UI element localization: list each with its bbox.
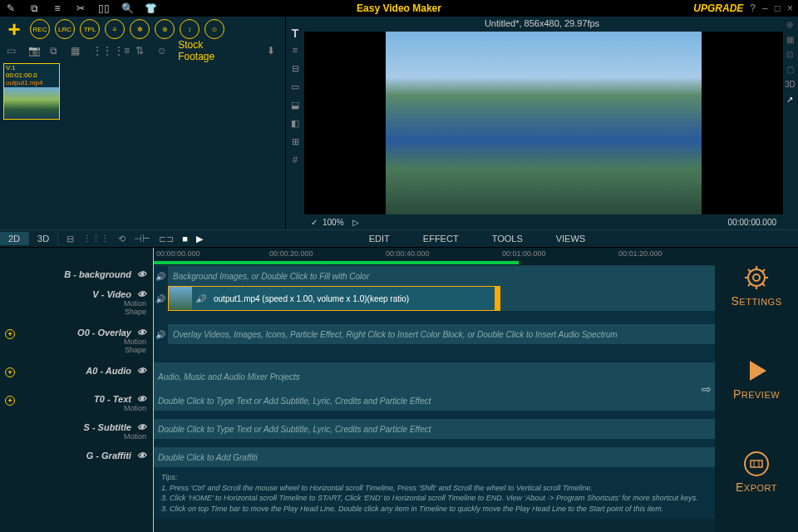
close-button[interactable]: × — [787, 2, 793, 14]
graffiti-lane[interactable]: Double Click to Add Graffiti — [153, 447, 715, 467]
grid-icon[interactable]: # — [289, 155, 301, 166]
sec-icon-7[interactable]: ⇅ — [135, 45, 147, 57]
track-label-audio[interactable]: +A0 - Audio 👁 — [0, 362, 153, 391]
upgrade-button[interactable]: UPGRADE — [693, 2, 743, 14]
lrc-button[interactable]: LRC — [55, 19, 75, 39]
menu-views[interactable]: VIEWS — [556, 234, 585, 244]
eye-icon[interactable]: 👁 — [137, 366, 146, 376]
speaker-icon[interactable]: 🔊 — [153, 286, 168, 311]
rtool-4[interactable]: ▢ — [785, 65, 795, 75]
add-text-button[interactable]: + — [5, 396, 15, 406]
download-icon[interactable]: ⬇ — [267, 45, 278, 57]
menu-edit[interactable]: EDIT — [369, 234, 390, 244]
speaker-icon[interactable]: 🔊 — [153, 324, 168, 344]
eye-icon[interactable]: 👁 — [137, 269, 146, 279]
eye-icon[interactable]: 👁 — [137, 422, 146, 432]
rtool-5[interactable]: 3D — [785, 80, 795, 90]
tool-icon-5[interactable]: ⬓ — [289, 100, 301, 111]
eye-icon[interactable]: 👁 — [137, 328, 146, 337]
media-thumbnail[interactable]: V:1 00:01:00.0 output1.mp4 — [3, 63, 60, 120]
video-clip[interactable]: 🔊 output1.mp4 (speed x 1.00, volume x 1.… — [168, 286, 500, 311]
speaker-icon[interactable]: 🔊 — [153, 266, 168, 286]
rtool-1[interactable]: ⊕ — [785, 20, 795, 30]
tool-icon-6[interactable]: ◧ — [289, 118, 301, 130]
topbar-icon-2[interactable]: ⧉ — [28, 2, 40, 14]
eye-icon[interactable]: 👁 — [137, 289, 146, 299]
preview-button[interactable]: PREVIEW — [733, 357, 780, 401]
timeline[interactable]: 00:00:00.000 00:00:20.000 00:00:40.000 0… — [153, 248, 715, 532]
text-lane[interactable]: Double Click to Type Text or Add Subtitl… — [153, 391, 715, 411]
maximize-button[interactable]: □ — [775, 2, 781, 14]
track-label-text[interactable]: +T0 - Text 👁Motion — [0, 391, 153, 419]
tool-icon-7[interactable]: ⊞ — [289, 136, 301, 148]
menu-effect[interactable]: EFFECT — [423, 234, 459, 244]
tl-tool-1[interactable]: ⊟ — [66, 234, 74, 244]
track-label-subtitle[interactable]: S - Subtitle 👁Motion — [0, 419, 153, 447]
subtitle-lane[interactable]: Double Click to Type Text or Add Subtitl… — [153, 419, 715, 439]
tl-tool-5[interactable]: ⊏⊐ — [159, 234, 174, 244]
sec-icon-8[interactable]: ☺ — [157, 45, 169, 57]
rtool-2[interactable]: ▦ — [785, 35, 795, 45]
track-label-video[interactable]: V - Video 👁MotionShape — [0, 286, 153, 324]
list-button[interactable]: ≡ — [105, 19, 125, 39]
tpl-button[interactable]: TPL — [80, 19, 100, 39]
bg-lane[interactable]: Background Images, or Double Click to Fi… — [168, 266, 715, 286]
topbar-icon-4[interactable]: ✂ — [75, 2, 86, 14]
track-label-graffiti[interactable]: G - Graffiti 👁 — [0, 447, 153, 467]
3d-tab[interactable]: 3D — [29, 232, 58, 245]
text-motion-lane[interactable] — [153, 411, 715, 419]
tl-tool-4[interactable]: ⊣⊢ — [134, 234, 150, 244]
topbar-icon-7[interactable]: 👕 — [145, 2, 156, 14]
settings-button[interactable]: SETTINGS — [731, 264, 781, 308]
add-audio-button[interactable]: + — [5, 367, 15, 377]
time-ruler[interactable]: 00:00:00.000 00:00:20.000 00:00:40.000 0… — [153, 248, 715, 266]
rtool-3[interactable]: ⊡ — [785, 50, 795, 60]
tl-play[interactable]: ▶ — [196, 234, 203, 244]
expand-arrow-icon[interactable]: ⇨ — [702, 382, 712, 396]
person-button[interactable]: ☺ — [204, 19, 224, 39]
tool-icon-4[interactable]: ▭ — [289, 81, 301, 93]
export-button[interactable]: EXPORT — [736, 451, 777, 494]
media-bin[interactable]: V:1 00:01:00.0 output1.mp4 — [0, 60, 285, 123]
sec-icon-4[interactable]: ▦ — [71, 45, 82, 57]
stock-footage-button[interactable]: Stock Footage — [178, 39, 240, 62]
overlay-lane[interactable]: Overlay Videos, Images, Icons, Particle … — [168, 324, 715, 344]
video-lane[interactable]: 🔊 output1.mp4 (speed x 1.00, volume x 1.… — [168, 286, 715, 311]
rtool-6[interactable]: ↗ — [785, 95, 795, 105]
track-label-overlay[interactable]: +O0 - Overlay 👁MotionShape — [0, 324, 153, 362]
sec-icon-5[interactable]: ⋮⋮ — [92, 45, 104, 57]
zoom-out-icon[interactable]: ✓ — [311, 218, 318, 227]
sec-icon-6[interactable]: ⋮≡ — [114, 45, 126, 57]
tool-icon-3[interactable]: ⊟ — [289, 63, 301, 75]
sec-icon-1[interactable]: ▭ — [7, 45, 18, 57]
eye-icon[interactable]: 👁 — [137, 451, 146, 461]
2d-tab[interactable]: 2D — [0, 232, 29, 245]
subtitle-motion-lane[interactable] — [153, 439, 715, 447]
effect-button[interactable]: ✻ — [130, 19, 150, 39]
rec-button[interactable]: REC — [30, 19, 50, 39]
video-motion-lane[interactable] — [153, 311, 715, 324]
topbar-icon-5[interactable]: ▯▯ — [98, 2, 110, 14]
play-button[interactable]: ▷ — [352, 218, 359, 227]
help-button[interactable]: ? — [750, 2, 756, 14]
circle-button-7[interactable]: ↕ — [180, 19, 200, 39]
camera-icon[interactable]: 📷 — [28, 45, 40, 57]
add-overlay-button[interactable]: + — [5, 329, 15, 339]
tl-stop[interactable]: ■ — [182, 234, 188, 244]
tl-tool-2[interactable]: ⋮⋮⋮ — [82, 234, 110, 244]
text-tool-icon[interactable]: T — [289, 27, 301, 38]
menu-tools[interactable]: TOOLS — [492, 234, 523, 244]
tool-icon-2[interactable]: ≡ — [289, 45, 301, 57]
topbar-icon-1[interactable]: ✎ — [5, 2, 17, 14]
preview-viewport[interactable] — [304, 32, 783, 214]
clip-handle[interactable] — [495, 287, 500, 310]
topbar-icon-3[interactable]: ≡ — [52, 2, 63, 14]
tl-tool-3[interactable]: ⟲ — [118, 234, 126, 244]
topbar-icon-6[interactable]: 🔍 — [121, 2, 133, 14]
playhead[interactable] — [153, 248, 154, 532]
audio-lane[interactable]: Audio, Music and Audio Mixer Projects — [153, 362, 715, 391]
eye-icon[interactable]: 👁 — [137, 394, 146, 404]
track-label-bg[interactable]: B - background 👁 — [0, 266, 153, 286]
minimize-button[interactable]: – — [762, 2, 768, 14]
add-media-button[interactable]: + — [3, 18, 25, 40]
